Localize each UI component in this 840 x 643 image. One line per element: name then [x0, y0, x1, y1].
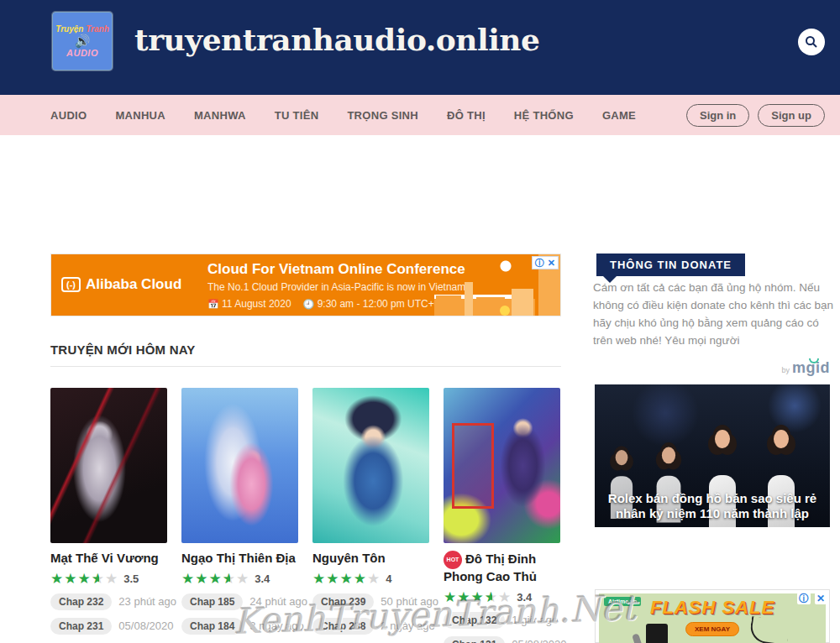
nav-items: AUDIO MANHUA MANHWA TU TIÊN TRỌNG SINH Đ… [50, 109, 636, 122]
nav-item-manhwa[interactable]: MANHWA [194, 109, 246, 122]
logo-audio-label: AUDIO [66, 48, 98, 58]
chapter-link[interactable]: Chap 184 [181, 618, 243, 635]
nav-item-manhua[interactable]: MANHUA [115, 109, 165, 122]
header: Truyện Tranh 🔊 AUDIO truyentranhaudio.on… [0, 0, 840, 95]
mgid-logo: mgid [792, 359, 830, 376]
chapter-time: 05/08/2020 [118, 619, 173, 632]
chapter-time: 1 giờ ago [512, 614, 558, 626]
native-ad[interactable]: Rolex bán đồng hồ bản sao siêu rẻ nhân k… [595, 384, 830, 527]
star-icon: ★ [64, 572, 77, 586]
chapter-row: Chap 231 05/08/2020 [50, 618, 167, 635]
nav-item-audio[interactable]: AUDIO [50, 109, 87, 122]
rating-value: 3.5 [123, 572, 139, 585]
star-icon: ★ [181, 572, 195, 586]
flash-sale-ad-body: Airtime.vn FLASH SALE XEM NGAY [599, 593, 826, 643]
star-icon: ★ [457, 590, 470, 604]
star-rating: ★★★★★ [312, 572, 381, 586]
chapter-time: 23 phút ago [118, 595, 176, 608]
phone-graphic [646, 624, 668, 643]
comic-title[interactable]: Mạt Thế Vi Vương [50, 551, 167, 567]
nav-item-trong-sinh[interactable]: TRỌNG SINH [347, 109, 418, 122]
mgid-attribution[interactable]: bymgid [595, 359, 830, 377]
search-icon [805, 35, 818, 49]
star-icon: ★ [223, 572, 236, 586]
chapter-link[interactable]: Chap 132 [444, 612, 505, 629]
chapter-row: Chap 185 24 phút ago [181, 593, 298, 610]
page: Truyện Tranh 🔊 AUDIO truyentranhaudio.on… [0, 0, 840, 643]
alibaba-brand-text: Alibaba Cloud [86, 276, 181, 293]
star-icon: ★ [326, 572, 339, 586]
chapter-link[interactable]: Chap 238 [312, 618, 374, 635]
star-icon: ★ [367, 572, 381, 586]
chapter-link[interactable]: Chap 232 [50, 593, 112, 610]
auth-buttons: Sign in Sign up [686, 95, 825, 135]
comic-title[interactable]: HOTĐô Thị Đỉnh Phong Cao Thủ [444, 551, 560, 585]
calendar-icon: 📅 [207, 299, 219, 309]
section-title: TRUYỆN MỚI HÔM NAY [50, 342, 196, 357]
star-icon: ★ [340, 572, 354, 586]
top-ad-banner[interactable]: (-) Alibaba Cloud Cloud For Vietnam Onli… [50, 254, 561, 316]
star-rating: ★★★★★ [181, 572, 249, 586]
star-rating: ★★★★★ [444, 590, 512, 604]
comic-cover-image[interactable] [50, 388, 167, 543]
ad-close-icon[interactable]: ✕ [815, 593, 827, 604]
star-icon: ★ [471, 590, 485, 604]
ad-info-icon[interactable]: ⓘ [797, 593, 811, 604]
native-ad-caption: Rolex bán đồng hồ bản sao siêu rẻ nhân k… [595, 491, 830, 523]
ad-subtitle: The No.1 Cloud Provider in Asia-Pacific … [207, 281, 465, 293]
sign-in-button[interactable]: Sign in [686, 104, 749, 127]
star-icon: ★ [236, 572, 249, 586]
rating-value: 4 [386, 572, 391, 585]
site-title[interactable]: truyentranhaudio.online [134, 22, 539, 57]
star-icon: ★ [195, 572, 208, 586]
chapter-time: 24 phút ago [249, 595, 307, 608]
flash-sale-ad[interactable]: Airtime.vn FLASH SALE XEM NGAY ⓘ ✕ [595, 589, 830, 643]
rating-value: 3.4 [255, 572, 270, 585]
chapter-time: 05/08/2020 [512, 638, 566, 643]
star-icon: ★ [78, 572, 92, 586]
donate-section-header: THÔNG TIN DONATE [596, 254, 745, 276]
ad-title: Cloud For Vietnam Online Conference [207, 261, 465, 278]
alibaba-logo-mark: (-) [61, 277, 81, 292]
comic-card-grid: Mạt Thế Vi Vương ★★★★★ 3.5 Chap 232 23 p… [50, 388, 561, 643]
nav-item-he-thong[interactable]: HỆ THỐNG [514, 109, 574, 122]
chapter-link[interactable]: Chap 131 [444, 636, 505, 643]
ad-info-icon[interactable]: ⓘ [535, 258, 544, 268]
chapter-time: 50 phút ago [381, 595, 438, 608]
mgid-by-label: by [781, 366, 790, 374]
ad-buildings-art [434, 254, 535, 316]
search-button[interactable] [798, 29, 825, 55]
chapter-link[interactable]: Chap 231 [50, 618, 112, 635]
hot-badge: HOT [444, 551, 462, 569]
chapter-row: Chap 232 23 phút ago [50, 593, 167, 610]
star-icon: ★ [92, 572, 105, 586]
flash-sale-title: FLASH SALE [599, 597, 826, 619]
comic-cover-image[interactable] [312, 388, 429, 543]
ad-date: 11 August 2020 [222, 298, 291, 310]
nav-item-tu-tien[interactable]: TU TIÊN [275, 109, 319, 122]
rating-value: 3.4 [517, 591, 532, 604]
chapter-link[interactable]: Chap 239 [312, 593, 374, 610]
comic-title[interactable]: Ngạo Thị Thiên Địa [181, 551, 298, 567]
ad-close-icon[interactable]: ✕ [548, 258, 555, 268]
comic-cover-image[interactable] [181, 388, 298, 543]
ad-datetime: 📅 11 August 2020 🕘 9:30 am - 12:00 pm UT… [207, 298, 459, 310]
xem-ngay-button[interactable]: XEM NGAY [685, 622, 739, 636]
star-icon: ★ [354, 572, 367, 586]
chapter-time: 3 ngày ago [249, 619, 303, 632]
adchoices-chip: ⓘ ✕ [532, 256, 559, 269]
comic-title[interactable]: Nguyên Tôn [312, 551, 429, 567]
clock-icon: 🕘 [303, 299, 315, 309]
nav-item-game[interactable]: GAME [602, 109, 636, 122]
selfie-stick-graphic [748, 616, 790, 643]
adchoices-chip: ⓘ ✕ [797, 593, 827, 604]
site-logo[interactable]: Truyện Tranh 🔊 AUDIO [52, 12, 113, 71]
donate-message: Cám ơn tất cả các bạn đã ủng hộ nhóm. Nế… [593, 280, 833, 350]
chapter-time: 2 ngày ago [381, 619, 434, 632]
sign-up-button[interactable]: Sign up [758, 104, 825, 127]
comic-cover-image[interactable] [444, 388, 560, 543]
comic-card: Ngạo Thị Thiên Địa ★★★★★ 3.4 Chap 185 24… [181, 388, 298, 643]
nav-item-do-thi[interactable]: ĐÔ THỊ [447, 109, 486, 122]
chapter-link[interactable]: Chap 185 [181, 593, 243, 610]
star-icon: ★ [498, 590, 512, 604]
